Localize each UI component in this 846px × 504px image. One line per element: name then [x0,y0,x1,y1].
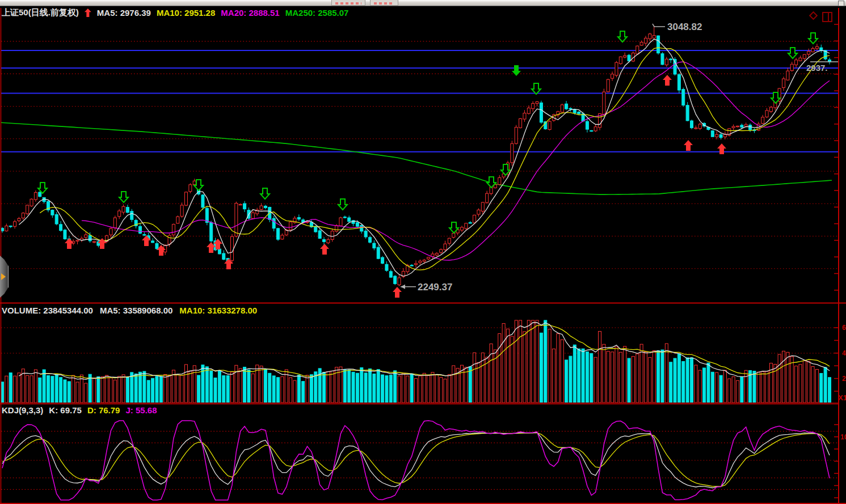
kdj-panel-header: KDJ(9,3,3) K: 69.75 D: 76.79 J: 55.68 [2,405,157,415]
diamond-shape [809,11,818,20]
kdj-k-label: K: 69.75 [49,405,82,415]
volume-ma5-label: MA5: 33589068.00 [100,306,172,315]
trading-app-window: 上证50(日线.前复权) MA5: 2976.39 MA10: 2951.28 … [0,0,846,504]
volume-panel-header: VOLUME: 23845344.00 MA5: 33589068.00 MA1… [2,306,257,315]
kdj-axis-label: 100 [840,433,846,441]
volume-ma10-label: MA10: 31633278.00 [179,306,257,315]
volume-axis-tick-label: 2 [842,375,846,383]
volume-axis-tick-label: 4 [842,349,846,357]
last-price-label: 2937. [806,63,828,73]
ma250-label: MA250: 2585.07 [285,8,349,18]
low-price-annotation: 2249.37 [418,282,452,293]
main-chart-header: 上证50(日线.前复权) MA5: 2976.39 MA10: 2951.28 … [2,7,348,18]
volume-axis-unit-label: X10000 [838,393,846,402]
kdj-j-label: J: 55.68 [125,405,157,415]
ma5-label: MA5: 2976.39 [97,8,151,18]
kdj-params-label: KDJ(9,3,3) [2,405,43,415]
kline-chart-canvas[interactable] [0,0,846,504]
diamond-icon[interactable] [808,12,818,22]
ma20-label: MA20: 2888.51 [221,8,279,18]
buy-signal-up-arrow-icon [85,9,91,17]
kdj-d-label: D: 76.79 [87,405,120,415]
split-window-icon[interactable] [822,12,832,22]
instrument-title: 上证50(日线.前复权) [2,7,79,18]
right-triangle-icon [1,273,6,280]
high-price-annotation: 3048.82 [667,22,702,33]
volume-axis-tick-label: 6 [842,324,846,332]
pane-divider [828,13,829,21]
volume-label: VOLUME: 23845344.00 [2,306,93,315]
ma10-label: MA10: 2951.28 [157,8,215,18]
